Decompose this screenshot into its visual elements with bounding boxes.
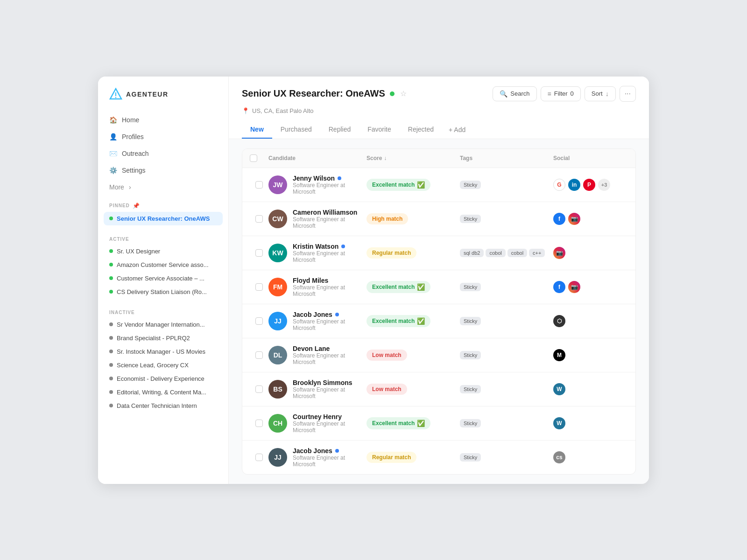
tag: Sticky xyxy=(460,283,481,291)
sidebar-item-senior-ux[interactable]: Senior UX Researcher: OneAWS xyxy=(104,212,223,225)
logo-icon xyxy=(109,88,122,101)
checkbox-cell xyxy=(250,351,268,359)
score-badge: Regular match xyxy=(366,452,416,463)
instagram-icon[interactable]: 📷 xyxy=(553,247,565,259)
table-container: Candidate Score ↓ Tags Social JWJenny Wi… xyxy=(229,139,649,484)
row-checkbox[interactable] xyxy=(255,249,263,257)
candidate-cell: CHCourtney HenrySoftware Engineer at Mic… xyxy=(268,413,366,434)
sidebar-item-cs-delivery[interactable]: CS Delivery Station Liaison (Ro... xyxy=(104,285,223,299)
avatar: FM xyxy=(268,278,287,296)
table-row[interactable]: CWCameron WilliamsonSoftware Engineer at… xyxy=(242,202,635,236)
candidate-title: Software Engineer at Microsoft xyxy=(293,250,366,263)
header-left: Senior UX Researcher: OneAWS ☆ xyxy=(242,88,408,99)
tag: Sticky xyxy=(460,385,481,393)
candidate-title: Software Engineer at Microsoft xyxy=(293,455,366,468)
tab-purchased[interactable]: Purchased xyxy=(272,121,320,139)
tab-new[interactable]: New xyxy=(242,121,272,139)
candidate-title: Software Engineer at Microsoft xyxy=(293,420,366,434)
more-options-button[interactable]: ··· xyxy=(620,86,636,102)
table-row[interactable]: BSBrooklyn SimmonsSoftware Engineer at M… xyxy=(242,372,635,406)
checkbox-cell xyxy=(250,420,268,427)
avatar: JJ xyxy=(268,312,287,330)
main-content: Senior UX Researcher: OneAWS ☆ 🔍 Search … xyxy=(229,77,649,484)
tag: cobol xyxy=(507,249,527,257)
active-dot xyxy=(109,290,113,294)
sidebar-item-outreach[interactable]: ✉️ Outreach xyxy=(104,146,223,161)
github-icon[interactable]: ⬡ xyxy=(553,315,565,327)
candidate-info: Courtney HenrySoftware Engineer at Micro… xyxy=(293,413,366,434)
score-cell: Low match xyxy=(366,384,460,395)
sidebar-item-brand[interactable]: Brand Specialist - PPLRQ2 xyxy=(104,331,223,345)
home-icon: 🏠 xyxy=(109,116,117,124)
table-row[interactable]: JWJenny WilsonSoftware Engineer at Micro… xyxy=(242,168,635,202)
online-dot xyxy=(335,313,339,316)
sidebar-item-settings[interactable]: ⚙️ Settings xyxy=(104,162,223,178)
google-icon[interactable]: G xyxy=(553,179,565,191)
table-row[interactable]: FMFloyd MilesSoftware Engineer at Micros… xyxy=(242,270,635,304)
facebook-icon[interactable]: f xyxy=(553,213,565,225)
medium-icon[interactable]: M xyxy=(553,349,565,361)
candidates-table: Candidate Score ↓ Tags Social JWJenny Wi… xyxy=(242,148,636,475)
score-badge: Low match xyxy=(366,350,407,361)
table-row[interactable]: KWKristin WatsonSoftware Engineer at Mic… xyxy=(242,236,635,270)
candidate-title: Software Engineer at Microsoft xyxy=(293,386,366,399)
candidate-info: Kristin WatsonSoftware Engineer at Micro… xyxy=(293,243,366,263)
instagram-icon[interactable]: 📷 xyxy=(568,281,580,293)
tab-favorite[interactable]: Favorite xyxy=(359,121,400,139)
row-checkbox[interactable] xyxy=(255,215,263,223)
avatar: JW xyxy=(268,175,287,194)
table-row[interactable]: CHCourtney HenrySoftware Engineer at Mic… xyxy=(242,406,635,441)
row-checkbox[interactable] xyxy=(255,454,263,461)
facebook-icon[interactable]: f xyxy=(553,281,565,293)
table-row[interactable]: JJJacob JonesSoftware Engineer at Micros… xyxy=(242,304,635,338)
sidebar-item-sr-vendor[interactable]: Sr Vendor Manager Internation... xyxy=(104,318,223,331)
social-cell: ⬡ xyxy=(553,315,628,327)
row-checkbox[interactable] xyxy=(255,420,263,427)
tab-replied[interactable]: Replied xyxy=(320,121,359,139)
tab-add[interactable]: + Add xyxy=(442,121,472,138)
active-dot xyxy=(109,217,113,220)
sidebar-item-more[interactable]: More › xyxy=(104,179,223,195)
sidebar-item-sr-designer[interactable]: Sr. UX Designer xyxy=(104,245,223,258)
instagram-icon[interactable]: 📷 xyxy=(568,213,580,225)
sidebar-item-economist[interactable]: Economist - Delivery Experience xyxy=(104,372,223,385)
row-checkbox[interactable] xyxy=(255,317,263,325)
sidebar-item-profiles[interactable]: 👤 Profiles xyxy=(104,129,223,145)
pinterest-icon[interactable]: P xyxy=(583,179,595,191)
active-section-header: ACTIVE xyxy=(98,229,228,245)
search-button[interactable]: 🔍 Search xyxy=(493,86,536,101)
sidebar-item-science-lead[interactable]: Science Lead, Grocery CX xyxy=(104,358,223,372)
social-cell: W xyxy=(553,383,628,395)
sidebar-item-editorial[interactable]: Editorial, Writing, & Content Ma... xyxy=(104,385,223,399)
table-body: JWJenny WilsonSoftware Engineer at Micro… xyxy=(242,168,635,474)
select-all-checkbox[interactable] xyxy=(250,154,257,162)
sort-button[interactable]: Sort ↓ xyxy=(585,86,616,101)
row-checkbox[interactable] xyxy=(255,283,263,291)
inactive-dot xyxy=(109,322,113,326)
sidebar-item-cs-assoc[interactable]: Customer Service Associate – ... xyxy=(104,272,223,285)
wordpress-icon[interactable]: W xyxy=(553,383,565,395)
table-row[interactable]: DLDevon LaneSoftware Engineer at Microso… xyxy=(242,338,635,372)
settings-icon: ⚙️ xyxy=(109,167,117,174)
sidebar-item-home[interactable]: 🏠 Home xyxy=(104,112,223,128)
sidebar-item-sr-instock[interactable]: Sr. Instock Manager - US Movies xyxy=(104,345,223,358)
more-icon[interactable]: +3 xyxy=(598,179,610,191)
sidebar-item-data-center[interactable]: Data Center Technician Intern xyxy=(104,399,223,413)
pin-icon: 📌 xyxy=(133,203,140,209)
linkedin-icon[interactable]: in xyxy=(568,179,580,191)
wordpress-icon[interactable]: W xyxy=(553,417,565,429)
avatar: JJ xyxy=(268,448,287,467)
main-header: Senior UX Researcher: OneAWS ☆ 🔍 Search … xyxy=(229,77,649,139)
row-checkbox[interactable] xyxy=(255,351,263,359)
check-icon: ✅ xyxy=(417,420,425,427)
tab-rejected[interactable]: Rejected xyxy=(400,121,442,139)
custom-icon[interactable]: cs xyxy=(553,451,565,463)
pin-button[interactable]: ☆ xyxy=(399,88,408,99)
row-checkbox[interactable] xyxy=(255,385,263,393)
table-row[interactable]: JJJacob JonesSoftware Engineer at Micros… xyxy=(242,441,635,474)
filter-button[interactable]: ≡ Filter 0 xyxy=(541,86,581,101)
logo-text: AGENTEUR xyxy=(126,91,169,98)
row-checkbox[interactable] xyxy=(255,181,263,189)
sidebar-item-amazon-cs[interactable]: Amazon Customer Service asso... xyxy=(104,258,223,272)
social-cell: M xyxy=(553,349,628,361)
